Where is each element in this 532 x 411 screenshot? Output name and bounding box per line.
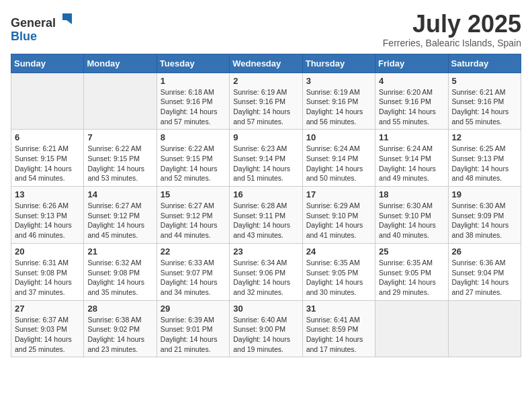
sunrise-text: Sunrise: 6:19 AM [233, 88, 287, 96]
day-number: 6 [15, 132, 80, 142]
daylight-text: Daylight: 14 hours and 53 minutes. [87, 165, 144, 183]
day-info: Sunrise: 6:24 AM Sunset: 9:14 PM Dayligh… [306, 144, 371, 183]
daylight-text: Daylight: 14 hours and 30 minutes. [306, 278, 363, 296]
sunset-text: Sunset: 9:05 PM [306, 269, 359, 277]
sunrise-text: Sunrise: 6:22 AM [161, 144, 214, 152]
calendar-cell: 25 Sunrise: 6:35 AM Sunset: 9:05 PM Dayl… [375, 243, 448, 300]
sunset-text: Sunset: 9:10 PM [306, 212, 359, 220]
calendar-cell [84, 73, 157, 130]
daylight-text: Daylight: 14 hours and 43 minutes. [233, 221, 290, 239]
day-info: Sunrise: 6:27 AM Sunset: 9:12 PM Dayligh… [161, 201, 226, 240]
sunset-text: Sunset: 9:13 PM [452, 154, 504, 163]
daylight-text: Daylight: 14 hours and 56 minutes. [306, 107, 363, 126]
sunrise-text: Sunrise: 6:30 AM [379, 201, 433, 210]
sunset-text: Sunset: 9:15 PM [87, 154, 140, 163]
calendar-cell [448, 300, 521, 357]
day-number: 9 [233, 132, 298, 142]
calendar-cell: 13 Sunrise: 6:26 AM Sunset: 9:13 PM Dayl… [11, 187, 84, 244]
daylight-text: Daylight: 14 hours and 37 minutes. [15, 278, 72, 296]
calendar-cell: 17 Sunrise: 6:29 AM Sunset: 9:10 PM Dayl… [302, 187, 375, 244]
sunset-text: Sunset: 9:12 PM [87, 212, 140, 220]
calendar-cell: 7 Sunrise: 6:22 AM Sunset: 9:15 PM Dayli… [84, 130, 157, 187]
day-info: Sunrise: 6:36 AM Sunset: 9:04 PM Dayligh… [452, 258, 517, 298]
day-number: 27 [15, 304, 80, 314]
sunrise-text: Sunrise: 6:34 AM [233, 259, 287, 267]
weekday-header: Wednesday [230, 54, 302, 73]
daylight-text: Daylight: 14 hours and 54 minutes. [15, 165, 72, 183]
daylight-text: Daylight: 14 hours and 19 minutes. [233, 335, 290, 353]
day-info: Sunrise: 6:18 AM Sunset: 9:16 PM Dayligh… [161, 87, 226, 127]
sunrise-text: Sunrise: 6:32 AM [87, 259, 141, 267]
calendar-week-row: 6 Sunrise: 6:21 AM Sunset: 9:15 PM Dayli… [11, 130, 521, 187]
daylight-text: Daylight: 14 hours and 38 minutes. [452, 221, 509, 239]
daylight-text: Daylight: 14 hours and 32 minutes. [233, 278, 290, 296]
calendar-cell [375, 300, 448, 357]
day-number: 14 [87, 189, 152, 199]
sunrise-text: Sunrise: 6:35 AM [306, 259, 360, 267]
sunset-text: Sunset: 9:09 PM [452, 212, 504, 220]
day-info: Sunrise: 6:25 AM Sunset: 9:13 PM Dayligh… [452, 144, 517, 183]
sunset-text: Sunset: 9:14 PM [306, 154, 359, 163]
sunrise-text: Sunrise: 6:36 AM [452, 259, 506, 267]
sunset-text: Sunset: 9:07 PM [161, 269, 213, 277]
sunrise-text: Sunrise: 6:40 AM [233, 316, 287, 324]
weekday-header: Monday [84, 54, 157, 73]
daylight-text: Daylight: 14 hours and 44 minutes. [161, 221, 218, 239]
daylight-text: Daylight: 14 hours and 40 minutes. [379, 221, 436, 239]
sunset-text: Sunset: 9:10 PM [379, 212, 431, 220]
day-number: 29 [161, 304, 226, 314]
daylight-text: Daylight: 14 hours and 17 minutes. [306, 335, 363, 353]
sunrise-text: Sunrise: 6:38 AM [87, 316, 141, 324]
sunrise-text: Sunrise: 6:24 AM [379, 144, 433, 152]
daylight-text: Daylight: 14 hours and 34 minutes. [161, 278, 218, 296]
sunset-text: Sunset: 9:06 PM [233, 269, 285, 277]
calendar-cell: 18 Sunrise: 6:30 AM Sunset: 9:10 PM Dayl… [375, 187, 448, 244]
sunrise-text: Sunrise: 6:23 AM [233, 144, 287, 152]
day-number: 21 [87, 246, 152, 257]
day-number: 2 [233, 76, 298, 86]
sunset-text: Sunset: 9:11 PM [233, 212, 285, 220]
daylight-text: Daylight: 14 hours and 48 minutes. [452, 165, 509, 183]
day-info: Sunrise: 6:26 AM Sunset: 9:13 PM Dayligh… [15, 201, 80, 240]
calendar-cell: 4 Sunrise: 6:20 AM Sunset: 9:16 PM Dayli… [375, 73, 448, 130]
day-number: 4 [379, 76, 444, 86]
day-number: 10 [306, 132, 371, 142]
day-number: 22 [161, 246, 226, 257]
day-number: 5 [452, 76, 517, 86]
calendar-cell: 8 Sunrise: 6:22 AM Sunset: 9:15 PM Dayli… [157, 130, 229, 187]
daylight-text: Daylight: 14 hours and 35 minutes. [87, 278, 144, 296]
sunset-text: Sunset: 8:59 PM [306, 325, 359, 333]
day-number: 11 [379, 132, 444, 142]
calendar-cell: 22 Sunrise: 6:33 AM Sunset: 9:07 PM Dayl… [157, 243, 229, 300]
weekday-header: Thursday [302, 54, 375, 73]
sunset-text: Sunset: 9:05 PM [379, 269, 431, 277]
sunset-text: Sunset: 9:12 PM [161, 212, 213, 220]
daylight-text: Daylight: 14 hours and 50 minutes. [306, 165, 363, 183]
calendar-cell: 24 Sunrise: 6:35 AM Sunset: 9:05 PM Dayl… [302, 243, 375, 300]
sunrise-text: Sunrise: 6:27 AM [161, 201, 214, 210]
calendar-cell: 12 Sunrise: 6:25 AM Sunset: 9:13 PM Dayl… [448, 130, 521, 187]
calendar-week-row: 1 Sunrise: 6:18 AM Sunset: 9:16 PM Dayli… [11, 73, 521, 130]
sunrise-text: Sunrise: 6:26 AM [15, 201, 69, 210]
sunset-text: Sunset: 9:04 PM [452, 269, 504, 277]
sunrise-text: Sunrise: 6:22 AM [87, 144, 141, 152]
day-info: Sunrise: 6:30 AM Sunset: 9:10 PM Dayligh… [379, 201, 444, 240]
daylight-text: Daylight: 14 hours and 45 minutes. [87, 221, 144, 239]
day-info: Sunrise: 6:41 AM Sunset: 8:59 PM Dayligh… [306, 315, 371, 355]
calendar-cell: 1 Sunrise: 6:18 AM Sunset: 9:16 PM Dayli… [157, 73, 229, 130]
calendar-cell: 30 Sunrise: 6:40 AM Sunset: 9:00 PM Dayl… [230, 300, 302, 357]
sunset-text: Sunset: 9:16 PM [233, 97, 285, 105]
daylight-text: Daylight: 14 hours and 23 minutes. [87, 335, 144, 353]
sunrise-text: Sunrise: 6:25 AM [452, 144, 506, 152]
day-info: Sunrise: 6:30 AM Sunset: 9:09 PM Dayligh… [452, 201, 517, 240]
sunrise-text: Sunrise: 6:37 AM [15, 316, 69, 324]
daylight-text: Daylight: 14 hours and 57 minutes. [233, 107, 290, 126]
day-info: Sunrise: 6:35 AM Sunset: 9:05 PM Dayligh… [306, 258, 371, 298]
month-title: July 2025 [383, 11, 521, 38]
sunset-text: Sunset: 9:01 PM [161, 325, 213, 333]
calendar-cell: 31 Sunrise: 6:41 AM Sunset: 8:59 PM Dayl… [302, 300, 375, 357]
page-header: General Blue July 2025 Ferreries, Balear… [11, 11, 521, 48]
daylight-text: Daylight: 14 hours and 27 minutes. [452, 278, 509, 296]
sunset-text: Sunset: 9:08 PM [87, 269, 140, 277]
calendar-cell: 2 Sunrise: 6:19 AM Sunset: 9:16 PM Dayli… [230, 73, 302, 130]
